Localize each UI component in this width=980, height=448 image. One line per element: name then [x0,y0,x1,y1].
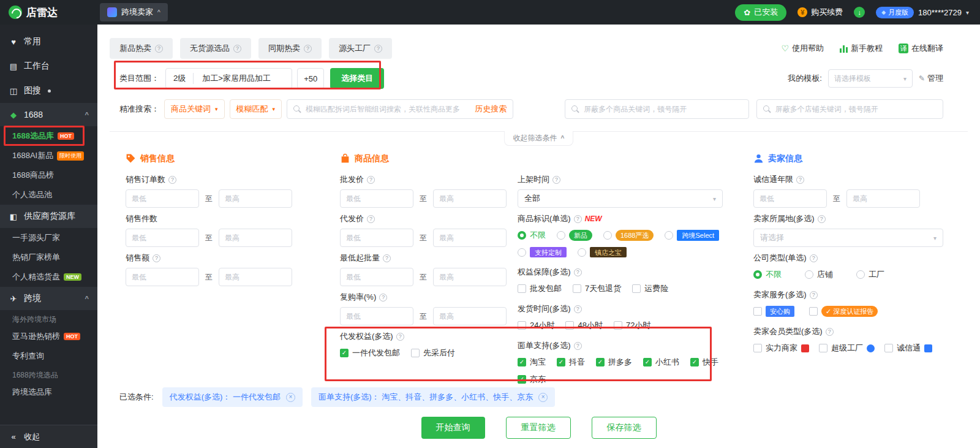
sidebar-item-1688-pool[interactable]: 1688选品库 HOT [0,126,97,146]
installed-button[interactable]: ✿ 已安装 [735,4,786,21]
reset-filter-button[interactable]: 重置筛选 [506,417,571,439]
sidebar-item-1688-rank[interactable]: 1688商品榜 [0,165,97,185]
checkbox-checked[interactable]: ✓ [518,358,526,366]
radio[interactable] [603,231,612,240]
option-deep-cert-report[interactable]: ✓深度认证报告 [809,306,878,317]
template-select[interactable]: 请选择模板 ▾ [828,69,913,88]
info-icon[interactable]: ? [304,45,312,53]
manage-template-button[interactable]: ✎ 管理 [919,73,943,84]
max-input[interactable] [433,229,507,247]
radio[interactable] [856,270,865,279]
block-shops-input[interactable] [775,105,937,113]
min-input[interactable] [753,189,827,208]
match-type-dropdown[interactable]: 模糊匹配 ▾ [230,99,282,119]
checkbox[interactable] [518,284,526,293]
radio-selected[interactable] [518,231,526,240]
tag-option-crossborder-select[interactable]: 跨境Select [665,230,719,240]
sidebar-item-source-factory[interactable]: 一手源头厂家 [0,228,97,248]
option-xiaohongshu[interactable]: ✓ 小红书 [643,357,679,368]
radio[interactable] [665,231,673,240]
checkbox[interactable] [632,284,641,293]
category-more-count[interactable]: +50 [297,68,324,89]
option-shipping-insurance[interactable]: 运费险 [632,283,668,294]
option-48h[interactable]: 48小时 [565,320,602,331]
option-24h[interactable]: 24小时 [518,320,554,331]
close-icon[interactable]: × [286,393,295,402]
option-free-shipping-dropship[interactable]: ✓ 一件代发包邮 [340,347,400,359]
category-value-box[interactable]: 2级 加工>家居用品加工 [165,68,292,89]
sidebar-item-image-search[interactable]: ◫ 图搜 [0,78,97,103]
selected-filter-chip-dropship[interactable]: 代发权益(多选)： 一件代发包邮 × [162,387,303,407]
info-icon[interactable]: ? [574,268,582,276]
info-icon[interactable]: ? [379,294,387,302]
start-query-button[interactable]: 开始查询 [421,417,485,439]
max-input[interactable] [433,189,507,208]
checkbox-checked[interactable]: ✓ [643,358,652,366]
checkbox[interactable] [518,321,526,330]
option-anxingou[interactable]: 安心购 [753,306,794,317]
company-option-unlimited[interactable]: 不限 [753,269,782,280]
info-icon[interactable]: ? [552,176,560,184]
checkbox-checked[interactable]: ✓ [690,358,699,366]
tab-new-hot[interactable]: 新品热卖 ? [110,38,173,59]
min-input[interactable] [340,189,413,208]
min-input[interactable] [340,268,413,286]
checkbox-checked[interactable]: ✓ [557,358,565,366]
select-category-button[interactable]: 选择类目 [330,68,384,89]
option-jingdong[interactable]: ✓ 京东 [518,374,546,385]
info-icon[interactable]: ? [796,176,804,184]
sidebar-item-amazon-rank[interactable]: 亚马逊热销榜 HOT [0,327,97,346]
account-menu[interactable]: ◆月度版 180****2729 ▾ [876,7,969,18]
info-icon[interactable]: ? [233,45,241,53]
max-input[interactable] [433,268,507,286]
checkbox-checked[interactable]: ✓ [340,349,349,357]
usage-help-link[interactable]: ♡ 使用帮助 [781,43,824,54]
workspace-tab[interactable]: 跨境卖家 ^ [100,3,168,21]
close-icon[interactable]: × [538,393,548,402]
option-pinduoduo[interactable]: ✓ 拼多多 [596,357,632,368]
min-input[interactable] [340,307,413,325]
sidebar-item-1688-ai-new[interactable]: 1688AI新品 限时使用 [0,146,97,165]
tag-option-shop-treasure[interactable]: 镇店之宝 [578,247,627,257]
max-input[interactable] [846,189,920,208]
info-icon[interactable]: ? [367,176,375,184]
checkbox[interactable] [411,349,420,357]
info-icon[interactable]: ? [826,328,834,336]
checkbox[interactable] [753,307,762,316]
sidebar-item-crossborder-pool[interactable]: 跨境选品库 [0,382,97,402]
max-input[interactable] [433,307,507,325]
option-super-factory[interactable]: 超级工厂 [819,343,875,354]
tag-option-unlimited[interactable]: 不限 [518,230,546,241]
sidebar-item-favorites[interactable]: ♥ 常用 [0,29,97,54]
checkbox[interactable] [753,344,762,352]
checkbox[interactable] [573,284,581,293]
translate-link[interactable]: 译 在线翻译 [899,43,943,54]
info-icon[interactable]: ? [810,291,818,299]
tab-same-period[interactable]: 同期热卖 ? [258,38,322,59]
radio-selected[interactable] [753,270,762,279]
option-chengxintong[interactable]: 诚信通 [884,343,932,354]
checkbox[interactable] [884,344,893,352]
tag-option-customizable[interactable]: 支持定制 [518,247,567,257]
info-icon[interactable]: ? [810,254,818,262]
sidebar-group-supplier[interactable]: ◧ 供应商货源库 [0,205,97,228]
company-option-factory[interactable]: 工厂 [856,269,884,280]
keyword-type-dropdown[interactable]: 商品关键词 ▾ [164,99,225,119]
option-wholesale-free-shipping[interactable]: 批发包邮 [518,283,562,294]
sidebar-group-crossborder[interactable]: ✈ 跨境 ^ [0,287,97,310]
keyword-search-input[interactable] [306,105,470,113]
info-icon[interactable]: ? [574,342,582,350]
checkbox[interactable] [614,321,622,330]
sidebar-item-personal-pool[interactable]: 个人选品池 [0,185,97,205]
option-7day-return[interactable]: 7天包退货 [573,283,621,294]
renew-button[interactable]: ¥ 购买续费 [797,7,843,18]
option-douyin[interactable]: ✓ 抖音 [557,357,585,368]
info-icon[interactable]: ? [396,333,404,341]
checkbox-checked[interactable]: ✓ [596,358,605,366]
checkbox[interactable] [809,307,818,316]
option-pay-later[interactable]: 先采后付 [411,347,455,359]
checkbox[interactable] [819,344,827,352]
min-input[interactable] [126,229,199,247]
sidebar-group-1688[interactable]: ◆ 1688 ^ [0,103,97,126]
option-taobao[interactable]: ✓ 淘宝 [518,357,546,368]
